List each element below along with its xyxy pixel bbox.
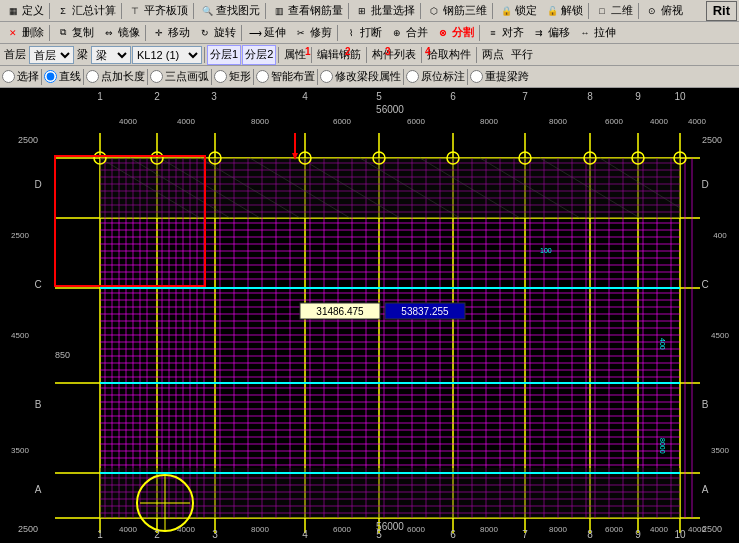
- repick-span-checkbox[interactable]: 重提梁跨: [470, 69, 529, 84]
- dim-bot-9: 4000: [650, 525, 668, 534]
- pingxing-btn[interactable]: 平行: [508, 45, 536, 65]
- toolbar-row-4: 选择 直线 点加长度 三点画弧 矩形 智能布置 修改梁段属性: [0, 66, 739, 88]
- beam-label-1: 100: [540, 247, 552, 254]
- 2d-icon: □: [594, 3, 610, 19]
- sep-r4-8: [467, 69, 468, 85]
- dim-bot-2: 4000: [177, 525, 195, 534]
- row-label-D-right: D: [701, 179, 708, 190]
- rebar-view-icon: ▥: [271, 3, 287, 19]
- svg-rect-98: [100, 468, 680, 518]
- dim-bot-4: 6000: [333, 525, 351, 534]
- sep-r4-2: [83, 69, 84, 85]
- dim-top-total: 56000: [376, 104, 404, 115]
- offset-btn[interactable]: ⇉ 偏移: [528, 23, 573, 43]
- sep-r4-3: [147, 69, 148, 85]
- align-btn[interactable]: ≡ 对齐: [482, 23, 527, 43]
- mirror-btn[interactable]: ⇔ 镜像: [98, 23, 143, 43]
- extend-btn[interactable]: ⟶ 延伸: [244, 23, 289, 43]
- calc-btn[interactable]: Σ 汇总计算: [52, 1, 119, 21]
- col-label-9: 9: [635, 91, 641, 102]
- col-label-bottom-7: 7: [522, 529, 528, 540]
- select-checkbox[interactable]: 选择: [2, 69, 39, 84]
- line-checkbox[interactable]: 直线: [44, 69, 81, 84]
- sep-r2-2: [145, 25, 146, 41]
- rebar-view-btn[interactable]: ▥ 查看钢筋量: [268, 1, 346, 21]
- 2d-btn[interactable]: □ 二维: [591, 1, 636, 21]
- sep-r3-1: [204, 47, 205, 63]
- split-btn[interactable]: ⊗ 分割: [432, 23, 477, 43]
- num-badge-3: 3: [385, 46, 391, 57]
- sep4: [265, 3, 266, 19]
- rect-checkbox[interactable]: 矩形: [214, 69, 251, 84]
- dim-top-7: 8000: [549, 117, 567, 126]
- type-select[interactable]: 梁: [91, 46, 131, 64]
- dim-top-9: 4000: [650, 117, 668, 126]
- sep-r2-4: [337, 25, 338, 41]
- col-label-3: 3: [211, 91, 217, 102]
- smart-layout-checkbox[interactable]: 智能布置: [256, 69, 315, 84]
- bianji-btn[interactable]: 编辑钢筋: [314, 45, 364, 65]
- shiqu-btn[interactable]: 拾取构件: [424, 45, 474, 65]
- dim-right-1: 400: [713, 231, 727, 240]
- arc-checkbox[interactable]: 三点画弧: [150, 69, 209, 84]
- fenceng1-btn[interactable]: 分层1: [207, 45, 241, 65]
- trim-icon: ✂: [293, 25, 309, 41]
- goujian-btn[interactable]: 构件列表: [369, 45, 419, 65]
- beam-label-2: 400: [659, 338, 666, 350]
- delete-btn[interactable]: ✕ 删除: [2, 23, 47, 43]
- col-label-4: 4: [302, 91, 308, 102]
- kl-select[interactable]: KL12 (1): [132, 46, 202, 64]
- batch-select-icon: ⊞: [354, 3, 370, 19]
- dim-top-3: 8000: [251, 117, 269, 126]
- offset-icon: ⇉: [531, 25, 547, 41]
- site-label-checkbox[interactable]: 原位标注: [406, 69, 465, 84]
- modify-seg-checkbox[interactable]: 修改梁段属性: [320, 69, 401, 84]
- col-label-5: 5: [376, 91, 382, 102]
- dim-bot-7: 8000: [549, 525, 567, 534]
- dim-top-5: 6000: [407, 117, 425, 126]
- col-label-bottom-2: 2: [154, 529, 160, 540]
- align-top-btn[interactable]: ⊤ 平齐板顶: [124, 1, 191, 21]
- cad-drawing-area[interactable]: 1 2 3 4 5 6 7 8 9 10 56000 4000 4000 800…: [0, 88, 739, 543]
- floor-select[interactable]: 首层: [29, 46, 74, 64]
- copy-btn[interactable]: ⧉ 复制: [52, 23, 97, 43]
- move-btn[interactable]: ✛ 移动: [148, 23, 193, 43]
- dim-top-1: 4000: [119, 117, 137, 126]
- unlock-icon: 🔓: [544, 3, 560, 19]
- lock-btn[interactable]: 🔒 锁定: [495, 1, 540, 21]
- sep1: [49, 3, 50, 19]
- merge-icon: ⊕: [389, 25, 405, 41]
- dim-left-top: 2500: [18, 135, 38, 145]
- batch-select-btn[interactable]: ⊞ 批量选择: [351, 1, 418, 21]
- sep6: [420, 3, 421, 19]
- define-btn[interactable]: ▦ 定义: [2, 1, 47, 21]
- dim-bot-6: 8000: [480, 525, 498, 534]
- cad-svg: 1 2 3 4 5 6 7 8 9 10 56000 4000 4000 800…: [0, 88, 739, 543]
- num-badge-4: 4: [425, 46, 431, 57]
- sep-r4-5: [253, 69, 254, 85]
- rebar-3d-btn[interactable]: ⬡ 钢筋三维: [423, 1, 490, 21]
- dim-left-bottom: 2500: [18, 524, 38, 534]
- sep5: [348, 3, 349, 19]
- fenceng2-btn[interactable]: 分层2: [242, 45, 276, 65]
- num-badge-2: 2: [345, 46, 351, 57]
- dim-top-4: 6000: [333, 117, 351, 126]
- sep-r2-5: [479, 25, 480, 41]
- stretch-btn[interactable]: ↔ 拉伸: [574, 23, 619, 43]
- col-label-10: 10: [674, 91, 686, 102]
- point-length-checkbox[interactable]: 点加长度: [86, 69, 145, 84]
- unlock-btn[interactable]: 🔓 解锁: [541, 1, 586, 21]
- liangdian-btn[interactable]: 两点: [479, 45, 507, 65]
- trim-btn[interactable]: ✂ 修剪: [290, 23, 335, 43]
- row-label-B-right: B: [702, 399, 709, 410]
- merge-btn[interactable]: ⊕ 合并: [386, 23, 431, 43]
- find-btn[interactable]: 🔍 查找图元: [196, 1, 263, 21]
- break-btn[interactable]: ⌇ 打断: [340, 23, 385, 43]
- row-label-C-right: C: [701, 279, 708, 290]
- rotate-btn[interactable]: ↻ 旋转: [194, 23, 239, 43]
- dim-right-3: 3500: [711, 446, 729, 455]
- col-label-bottom-1: 1: [97, 529, 103, 540]
- copy-icon: ⧉: [55, 25, 71, 41]
- dim-left-2: 4500: [11, 331, 29, 340]
- topview-btn[interactable]: ⊙ 俯视: [641, 1, 686, 21]
